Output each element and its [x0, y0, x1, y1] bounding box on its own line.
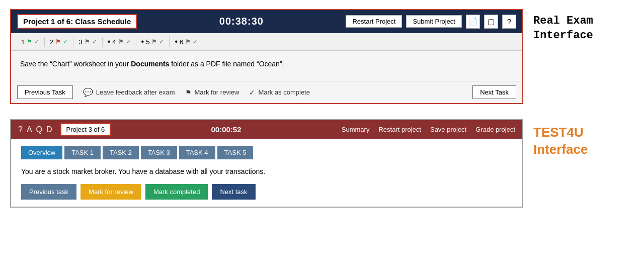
test4u-previous-task-button[interactable]: Previous task [21, 184, 76, 200]
restart-project-link[interactable]: Restart project [378, 126, 421, 133]
exam-timer: 00:38:30 [147, 16, 336, 27]
test4u-task-text: You are a stock market broker. You have … [21, 166, 273, 177]
test4u-panel: ? A Q D Project 3 of 6 00:00:52 Summary … [10, 119, 523, 208]
exam-tabs-bar: 1 ⚑ ✓ 2 ⚑ ✓ 3 ⚑ ✓ • 4 ⚑ ✓ • 5 [11, 33, 522, 51]
check-icon-5: ✓ [159, 38, 164, 45]
exam-tab-6[interactable]: • 6 ⚑ ✓ [170, 36, 203, 47]
exam-tab-4[interactable]: • 4 ⚑ ✓ [103, 36, 136, 47]
tab-task2[interactable]: TASK 2 [103, 146, 139, 159]
exam-header-buttons: Restart Project Submit Project 📄 ▢ ? [346, 15, 516, 29]
test4u-next-task-button[interactable]: Next task [212, 184, 255, 200]
check-icon-2: ✓ [63, 38, 68, 45]
exam-panel: Project 1 of 6: Class Schedule 00:38:30 … [10, 9, 523, 104]
test4u-mark-for-review-button[interactable]: Mark for review [80, 184, 141, 200]
search-icon[interactable]: Q [36, 125, 42, 134]
flag-icon-6: ⚑ [185, 38, 191, 45]
check-icon-3: ✓ [92, 38, 97, 45]
tab-task3[interactable]: TASK 3 [141, 146, 177, 159]
flag-icon-1: ⚑ [27, 38, 32, 45]
real-exam-label: Real Exam Interface [533, 14, 593, 43]
exam-footer: Previous Task 💬 Leave feedback after exa… [11, 81, 522, 103]
tab-task1[interactable]: TASK 1 [64, 146, 101, 159]
exam-header: Project 1 of 6: Class Schedule 00:38:30 … [11, 10, 522, 33]
exam-tab-5[interactable]: • 5 ⚑ ✓ [136, 36, 170, 47]
exam-tab-3[interactable]: 3 ⚑ ✓ [73, 37, 102, 47]
next-task-button[interactable]: Next Task [472, 85, 516, 99]
review-flag-icon: ⚑ [185, 88, 192, 97]
flag-icon-5: ⚑ [151, 38, 157, 45]
check-icon-6: ✓ [193, 38, 198, 45]
check-icon-4: ✓ [126, 38, 131, 45]
test4u-header-links: Summary Restart project Save project Gra… [342, 126, 515, 133]
test4u-body: Overview TASK 1 TASK 2 TASK 3 TASK 4 TAS… [11, 139, 522, 207]
tab-task5[interactable]: TASK 5 [217, 146, 254, 159]
test4u-project-title: Project 3 of 6 [60, 123, 111, 136]
flag-icon-4: ⚑ [118, 38, 124, 45]
tab-task4[interactable]: TASK 4 [179, 146, 215, 159]
leave-feedback-action[interactable]: 💬 Leave feedback after exam [83, 87, 175, 97]
restart-project-button[interactable]: Restart Project [346, 15, 402, 28]
window-icon[interactable]: ▢ [484, 15, 498, 29]
tab-overview[interactable]: Overview [21, 146, 62, 159]
test4u-tabs: Overview TASK 1 TASK 2 TASK 3 TASK 4 TAS… [21, 146, 512, 159]
mark-as-complete-action[interactable]: ✓ Mark as complete [249, 88, 310, 97]
summary-link[interactable]: Summary [342, 126, 370, 133]
question-icon[interactable]: ? [18, 125, 23, 134]
help-icon[interactable]: ? [502, 15, 516, 29]
exam-title: Project 1 of 6: Class Schedule [17, 14, 137, 29]
submit-project-button[interactable]: Submit Project [406, 15, 462, 28]
exam-tab-2[interactable]: 2 ⚑ ✓ [45, 37, 73, 47]
previous-task-button[interactable]: Previous Task [17, 85, 73, 99]
flag-icon-3: ⚑ [85, 38, 90, 45]
test4u-mark-completed-button[interactable]: Mark completed [145, 184, 208, 200]
test4u-label: TEST4U Interface [533, 124, 588, 158]
feedback-icon: 💬 [83, 87, 93, 97]
exam-tab-1[interactable]: 1 ⚑ ✓ [16, 37, 45, 47]
d-icon[interactable]: D [46, 125, 52, 134]
test4u-icon-group: ? A Q D [18, 125, 52, 134]
flag-icon-2: ⚑ [55, 38, 61, 45]
exam-task-text: Save the “Chart” worksheet in your Docum… [20, 59, 513, 69]
mark-for-review-action[interactable]: ⚑ Mark for review [185, 88, 239, 97]
check-icon-1: ✓ [34, 38, 39, 45]
save-project-link[interactable]: Save project [430, 126, 466, 133]
test4u-timer: 00:00:52 [119, 125, 334, 134]
calculator-icon[interactable]: 📄 [466, 15, 480, 29]
exam-content: Save the “Chart” worksheet in your Docum… [11, 51, 522, 81]
complete-check-icon: ✓ [249, 88, 255, 97]
test4u-footer: Previous task Mark for review Mark compl… [21, 184, 512, 200]
grade-project-link[interactable]: Grade project [475, 126, 515, 133]
test4u-header: ? A Q D Project 3 of 6 00:00:52 Summary … [11, 120, 522, 139]
a-icon[interactable]: A [27, 125, 32, 134]
